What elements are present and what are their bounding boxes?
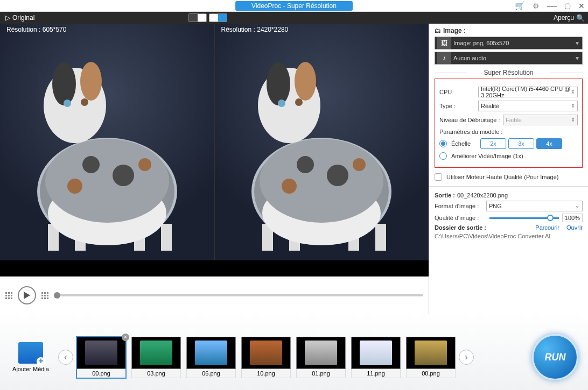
maximize-icon[interactable]: ▢ bbox=[564, 2, 571, 10]
preview-left-image bbox=[16, 52, 199, 256]
folder-label: Dossier de sortie : bbox=[435, 224, 486, 231]
side-panel: 🗂 Image : 🖼 Image: png, 605x570 ▾ ♪ Aucu… bbox=[429, 24, 588, 314]
type-select[interactable]: Réalité bbox=[478, 101, 578, 111]
format-select[interactable]: PNG bbox=[486, 201, 583, 211]
play-button[interactable] bbox=[18, 286, 36, 304]
search-icon: 🔍 bbox=[576, 14, 585, 22]
right-resolution-label: Résolution : 2420*2280 bbox=[221, 26, 289, 33]
svg-point-29 bbox=[260, 139, 383, 223]
gear-icon[interactable]: ⚙ bbox=[533, 2, 540, 10]
thumb-item[interactable]: 08.png bbox=[406, 337, 456, 378]
preview-right-image bbox=[230, 52, 413, 256]
enhance-label: Améliorer Vidéo/Image (1x) bbox=[451, 153, 523, 159]
open-link[interactable]: Ouvrir bbox=[566, 224, 583, 231]
preview-area: Résolution : 605*570 bbox=[0, 24, 429, 314]
svg-point-12 bbox=[45, 139, 169, 223]
svg-point-13 bbox=[82, 156, 100, 173]
preview-right-pane: Résolution : 2420*2280 bbox=[215, 24, 429, 260]
svg-point-15 bbox=[138, 158, 151, 171]
svg-point-31 bbox=[327, 165, 348, 186]
audio-select[interactable]: ♪ Aucun audio ▾ bbox=[435, 52, 583, 65]
highlighted-settings: CPU Intel(R) Core(TM) i5-4460 CPU @ 3.20… bbox=[435, 79, 583, 168]
run-button[interactable]: RUN bbox=[532, 334, 578, 380]
left-resolution-label: Résolution : 605*570 bbox=[6, 26, 66, 33]
denoise-select[interactable]: Faible bbox=[503, 115, 578, 125]
scale-3x-button[interactable]: 3x bbox=[508, 138, 534, 149]
media-strip: Ajouter Média ‹ × 00.png 03.png 06.png 1… bbox=[0, 314, 588, 390]
svg-point-6 bbox=[81, 98, 88, 106]
thumb-item[interactable]: 03.png bbox=[131, 337, 181, 378]
svg-point-32 bbox=[353, 158, 366, 171]
thumb-close-icon[interactable]: × bbox=[122, 334, 129, 341]
add-media-icon bbox=[18, 342, 43, 364]
svg-rect-10 bbox=[161, 224, 172, 251]
hq-engine-label: Utiliser Moteur Haute Qualité (Pour Imag… bbox=[446, 174, 558, 180]
quality-label: Qualité d'image : bbox=[435, 215, 486, 221]
thumb-item[interactable]: 10.png bbox=[241, 337, 291, 378]
chevron-down-icon: ▾ bbox=[572, 54, 582, 62]
preview-left-pane: Résolution : 605*570 bbox=[0, 24, 215, 260]
image-select[interactable]: 🖼 Image: png, 605x570 ▾ bbox=[435, 37, 583, 49]
svg-point-5 bbox=[64, 100, 71, 107]
format-label: Format d'image : bbox=[435, 203, 486, 209]
playback-thumb[interactable] bbox=[54, 292, 60, 299]
cart-icon[interactable]: 🛒 bbox=[515, 1, 525, 11]
toolstrip: ▷ Original Aperçu 🔍 bbox=[0, 12, 588, 24]
cpu-select[interactable]: Intel(R) Core(TM) i5-4460 CPU @ 3.20GHz bbox=[478, 87, 578, 97]
model-params-label: Paramètres du modèle : bbox=[439, 129, 578, 135]
denoise-label: Niveau de Débruitage : bbox=[439, 117, 503, 123]
scale-4x-button[interactable]: 4x bbox=[536, 138, 562, 149]
super-resolution-header: Super Résolution bbox=[435, 69, 583, 76]
layers-icon: 🗂 bbox=[435, 27, 441, 34]
scale-2x-button[interactable]: 2x bbox=[480, 138, 506, 149]
cpu-label: CPU bbox=[439, 89, 478, 95]
original-toggle[interactable]: ▷ Original bbox=[0, 14, 40, 22]
preview-search[interactable]: Aperçu 🔍 bbox=[554, 14, 585, 22]
svg-point-4 bbox=[80, 62, 102, 101]
playback-bar bbox=[0, 276, 429, 314]
close-icon[interactable]: ✕ bbox=[578, 2, 585, 10]
svg-point-21 bbox=[295, 62, 316, 101]
thumb-item[interactable]: × 00.png bbox=[76, 337, 126, 378]
play-outline-icon: ▷ bbox=[5, 14, 10, 22]
browse-link[interactable]: Parcourir bbox=[535, 224, 559, 231]
thumb-item[interactable]: 06.png bbox=[186, 337, 236, 378]
titlebar: VideoProc - Super Résolution 🛒 ⚙ — ▢ ✕ bbox=[0, 0, 588, 12]
add-media-button[interactable]: Ajouter Média bbox=[6, 342, 55, 372]
svg-point-20 bbox=[267, 62, 290, 105]
scale-label: Échelle bbox=[451, 140, 480, 147]
grid-handle-left[interactable] bbox=[5, 292, 12, 299]
svg-point-16 bbox=[67, 179, 82, 194]
image-thumb-icon: 🖼 bbox=[437, 37, 451, 49]
quality-slider[interactable] bbox=[489, 217, 559, 219]
scale-radio[interactable] bbox=[439, 140, 447, 147]
image-section-header: 🗂 Image : bbox=[435, 27, 583, 34]
svg-rect-27 bbox=[375, 224, 386, 251]
thumbnail-list: × 00.png 03.png 06.png 10.png 01.png 11.… bbox=[76, 337, 456, 378]
chevron-down-icon: ▾ bbox=[572, 39, 582, 47]
app-title: VideoProc - Super Résolution bbox=[235, 1, 353, 11]
thumb-item[interactable]: 11.png bbox=[351, 337, 401, 378]
output-label: Sortie : bbox=[435, 192, 455, 198]
output-filename: 00_2420x2280.png bbox=[457, 192, 508, 198]
thumbs-prev-button[interactable]: ‹ bbox=[58, 350, 73, 365]
grid-handle-right[interactable] bbox=[41, 292, 48, 299]
view-single-toggle[interactable] bbox=[188, 13, 207, 22]
hq-engine-checkbox[interactable] bbox=[435, 173, 442, 181]
output-path: C:\Users\PC\Videos\VideoProc Converter A… bbox=[435, 233, 583, 239]
minimize-icon[interactable]: — bbox=[547, 0, 557, 11]
quality-value: 100% bbox=[562, 214, 583, 222]
type-label: Type : bbox=[439, 103, 478, 109]
svg-point-14 bbox=[113, 165, 134, 186]
enhance-radio[interactable] bbox=[439, 152, 447, 160]
play-icon bbox=[24, 292, 30, 299]
music-icon: ♪ bbox=[437, 52, 451, 64]
timeline-filler bbox=[0, 260, 429, 276]
thumb-item[interactable]: 01.png bbox=[296, 337, 346, 378]
svg-point-33 bbox=[282, 179, 297, 194]
svg-point-3 bbox=[52, 62, 76, 105]
playback-slider[interactable] bbox=[54, 294, 423, 296]
quality-thumb[interactable] bbox=[547, 215, 554, 221]
thumbs-next-button[interactable]: › bbox=[459, 350, 474, 365]
view-split-toggle[interactable] bbox=[209, 13, 227, 22]
